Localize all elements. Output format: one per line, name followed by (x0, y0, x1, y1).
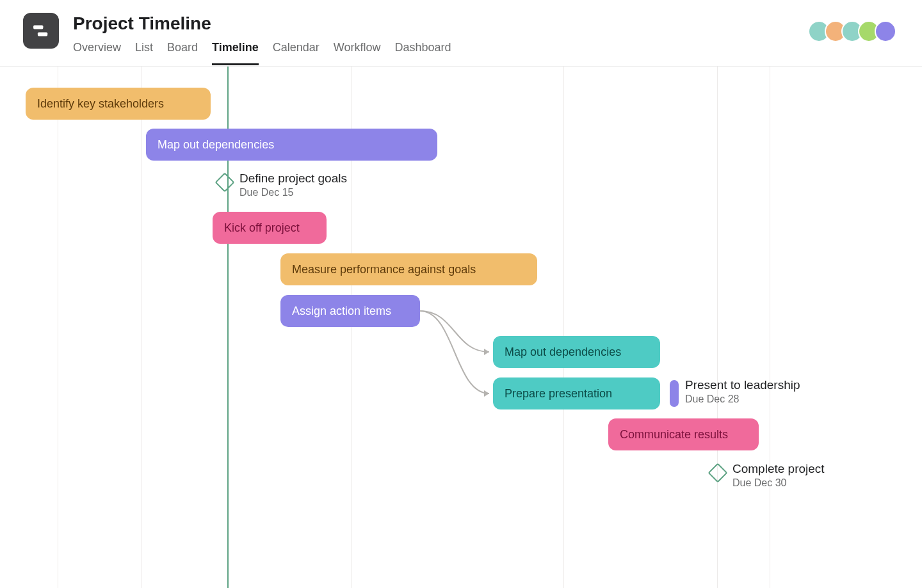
task-assign-action-items[interactable]: Assign action items (280, 295, 420, 327)
svg-rect-1 (38, 33, 47, 36)
task-due: Due Dec 28 (685, 393, 800, 405)
milestone-define-project-goals[interactable]: Define project goalsDue Dec 15 (218, 171, 347, 198)
task-prepare-presentation[interactable]: Prepare presentation (493, 377, 660, 409)
tab-calendar[interactable]: Calendar (273, 41, 319, 65)
milestone-title: Complete project (732, 462, 825, 476)
dependency-connector (417, 308, 499, 404)
task-identify-key-stakeholders[interactable]: Identify key stakeholders (26, 88, 211, 120)
gridline (563, 67, 564, 588)
gridline (770, 67, 770, 588)
task-measure-performance[interactable]: Measure performance against goals (280, 253, 537, 285)
tab-list[interactable]: List (135, 41, 153, 65)
task-map-out-dependencies-2[interactable]: Map out dependencies (493, 336, 660, 368)
avatar[interactable] (875, 20, 896, 42)
task-label-present-to-leadership: Present to leadershipDue Dec 28 (685, 378, 800, 405)
timeline-area[interactable]: Identify key stakeholdersMap out depende… (0, 67, 922, 588)
gridline (141, 67, 142, 588)
gridline (717, 67, 718, 588)
task-kick-off-project[interactable]: Kick off project (213, 212, 327, 244)
task-communicate-results[interactable]: Communicate results (608, 418, 759, 450)
task-title: Present to leadership (685, 378, 800, 392)
gridline (58, 67, 58, 588)
dependency-connector (417, 308, 499, 362)
task-map-out-dependencies-1[interactable]: Map out dependencies (146, 129, 437, 161)
tab-board[interactable]: Board (167, 41, 198, 65)
header-main: Project Timeline Overview List Board Tim… (73, 13, 899, 65)
task-present-to-leadership[interactable] (670, 380, 679, 407)
milestone-complete-project[interactable]: Complete projectDue Dec 30 (711, 462, 825, 489)
collaborator-avatars (808, 20, 896, 42)
gantt-icon (30, 20, 52, 42)
tab-workflow[interactable]: Workflow (334, 41, 381, 65)
project-title: Project Timeline (73, 13, 899, 35)
milestone-diamond-icon (708, 463, 727, 482)
svg-rect-0 (33, 26, 43, 29)
milestone-due: Due Dec 15 (239, 187, 347, 198)
tab-dashboard[interactable]: Dashboard (395, 41, 451, 65)
milestone-label: Complete projectDue Dec 30 (732, 462, 825, 489)
milestone-due: Due Dec 30 (732, 477, 825, 489)
milestone-title: Define project goals (239, 171, 347, 186)
header: Project Timeline Overview List Board Tim… (0, 0, 922, 67)
milestone-label: Define project goalsDue Dec 15 (239, 171, 347, 198)
milestone-diamond-icon (214, 172, 234, 192)
project-icon-timeline (23, 13, 59, 49)
tabs: Overview List Board Timeline Calendar Wo… (73, 41, 899, 65)
tab-timeline[interactable]: Timeline (212, 41, 259, 65)
tab-overview[interactable]: Overview (73, 41, 121, 65)
